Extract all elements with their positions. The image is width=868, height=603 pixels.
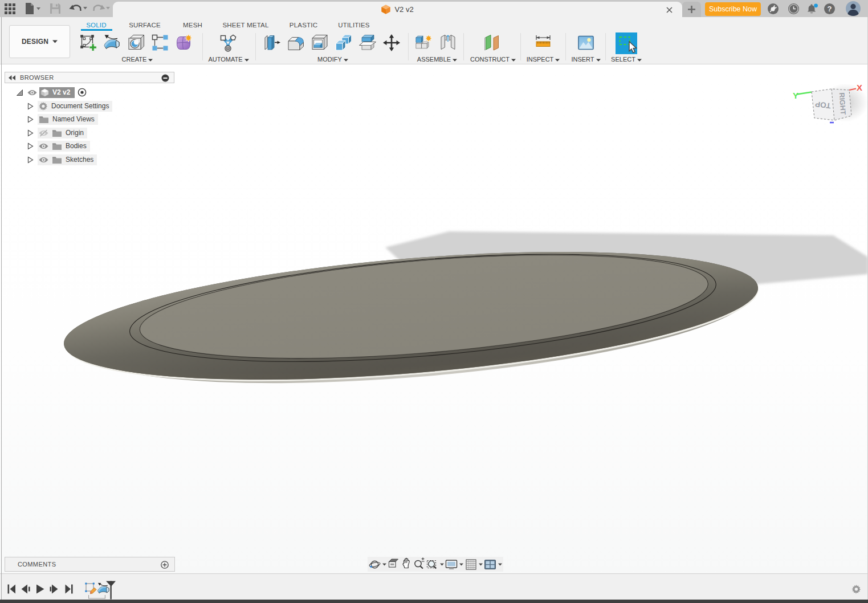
display-settings-icon[interactable] [445,559,463,571]
file-menu-button[interactable] [24,0,41,17]
view-cube[interactable]: TOP RIGHT Y X [789,76,868,139]
add-comment-icon[interactable] [161,561,169,569]
group-label-assemble[interactable]: ASSEMBLE [415,56,459,63]
component-cube-icon [40,88,49,97]
visibility-eye-icon[interactable] [27,89,37,96]
timeline-settings-gear-icon[interactable] [851,584,861,594]
fit-icon[interactable] [426,559,444,571]
new-tab-button[interactable] [682,2,701,17]
skip-to-start-icon[interactable] [7,584,15,594]
tree-item-chip[interactable]: Origin [38,128,87,138]
zoom-icon[interactable] [413,557,425,572]
tree-row-named-views[interactable]: Named Views [3,113,98,125]
tree-item-chip[interactable]: Sketches [38,154,97,165]
group-label-create[interactable]: CREATE [79,56,195,63]
workspace-selector[interactable]: DESIGN [9,25,70,58]
configure-icon[interactable] [219,34,237,52]
skip-to-end-icon[interactable] [65,584,73,594]
construction-plane-icon[interactable] [483,34,502,52]
remove-panel-icon[interactable] [161,74,169,82]
tab-plastic[interactable]: PLASTIC [288,20,319,30]
play-icon[interactable] [36,584,44,594]
redo-button[interactable] [91,0,111,17]
group-label-modify[interactable]: MODIFY [263,56,403,63]
pan-icon[interactable] [401,557,412,572]
look-at-icon[interactable] [388,557,400,572]
history-clock-icon[interactable] [788,3,799,14]
group-label-inspect[interactable]: INSPECT [517,56,569,63]
save-button[interactable] [48,0,63,17]
joint-icon[interactable] [439,34,457,52]
orbit-icon[interactable] [369,559,386,571]
collapsed-arrow-icon[interactable] [27,103,34,110]
tab-sheet-metal[interactable]: SHEET METAL [222,20,269,30]
rectangular-pattern-icon[interactable] [151,34,169,52]
ribbon-group-inspect: INSPECT [534,34,552,64]
activate-component-radio[interactable] [78,88,87,97]
create-form-icon[interactable] [175,34,193,52]
user-avatar[interactable] [846,1,861,18]
tree-item-chip[interactable]: Document Settings [38,101,112,112]
visibility-off-eye-icon[interactable] [39,129,48,137]
hole-icon[interactable] [127,34,145,52]
timeline-playhead[interactable] [105,581,116,600]
group-label-construct[interactable]: CONSTRUCT [461,56,525,63]
tree-row-sketches[interactable]: Sketches [3,154,97,165]
group-label-select[interactable]: SELECT [609,56,644,63]
group-label-insert[interactable]: INSERT [563,56,609,63]
help-icon[interactable]: ? [824,3,835,14]
view-cube-right-label[interactable]: RIGHT [838,92,847,115]
tab-utilities[interactable]: UTILITIES [336,20,372,30]
model-plate-body[interactable] [0,65,868,573]
root-component-chip[interactable]: V2 v2 [39,87,75,98]
collapse-panel-icon[interactable] [9,75,15,80]
tree-item-chip[interactable]: Bodies [38,141,90,152]
group-label-automate[interactable]: AUTOMATE [201,56,256,63]
tab-mesh[interactable]: MESH [181,20,204,30]
tab-surface[interactable]: SURFACE [128,20,162,30]
fillet-icon[interactable] [287,34,305,52]
move-copy-icon[interactable] [382,34,401,52]
press-pull-icon[interactable] [263,34,281,52]
collapsed-arrow-icon[interactable] [27,129,34,137]
app-grid-icon[interactable] [0,0,19,17]
chevron-down-icon [83,7,87,10]
ribbon-group-automate: AUTOMATE [219,34,238,64]
split-body-icon[interactable] [358,34,377,52]
tab-solid[interactable]: SOLID [80,20,113,30]
viewports-icon[interactable] [484,559,502,571]
tree-row-bodies[interactable]: Bodies [3,140,90,152]
tree-row-origin[interactable]: Origin [3,127,87,138]
subscribe-now-button[interactable]: Subscribe Now [705,2,761,16]
collapsed-arrow-icon[interactable] [27,142,34,150]
comments-bar[interactable]: COMMENTS [5,557,175,572]
create-sketch-icon[interactable] [79,34,97,52]
viewport-canvas[interactable]: TOP RIGHT Y X BROWSER [0,65,868,573]
notifications-bell-icon[interactable] [806,3,817,14]
tree-row-root[interactable]: V2 v2 [3,87,87,98]
collapsed-arrow-icon[interactable] [27,156,34,164]
tree-item-chip[interactable]: Named Views [38,114,98,125]
undo-button[interactable] [68,0,88,17]
visibility-eye-icon[interactable] [39,143,48,149]
tree-row-document-settings[interactable]: Document Settings [3,100,112,112]
collapsed-arrow-icon[interactable] [27,116,34,123]
expanded-arrow-icon[interactable] [16,89,23,96]
close-tab-button[interactable] [664,5,674,15]
measure-icon[interactable] [534,34,552,52]
shell-icon[interactable] [311,34,329,52]
combine-icon[interactable] [335,34,353,52]
new-component-icon[interactable] [415,34,433,52]
titlebar: V2 v2 Subscribe Now [0,0,868,17]
insert-canvas-icon[interactable] [577,34,595,52]
document-tab[interactable]: V2 v2 [113,2,682,17]
job-status-icon[interactable] [768,3,779,14]
revolve-icon[interactable] [103,34,121,52]
window-left-border [1,17,2,600]
step-forward-icon[interactable] [50,584,60,594]
step-back-icon[interactable] [21,584,31,594]
chevron-down-icon [244,59,249,62]
visibility-eye-icon[interactable] [39,157,48,163]
grid-icon[interactable] [465,559,483,571]
ribbon-group-insert: INSERT [577,34,595,64]
